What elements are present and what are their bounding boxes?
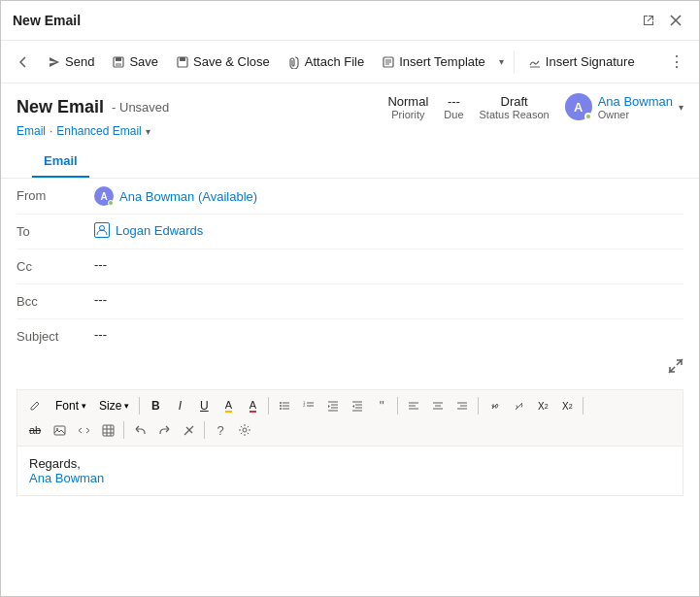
blockquote-button[interactable]: ": [370, 394, 393, 417]
back-button[interactable]: [9, 50, 38, 74]
svg-rect-2: [116, 63, 121, 66]
svg-rect-4: [180, 57, 185, 61]
help-button[interactable]: ?: [209, 418, 232, 442]
from-label: From: [17, 186, 94, 203]
superscript-button[interactable]: X2: [531, 394, 554, 417]
subject-value[interactable]: ---: [94, 327, 683, 342]
insert-link-button[interactable]: [483, 394, 506, 417]
send-icon: [48, 55, 61, 69]
outdent-button[interactable]: [346, 394, 369, 417]
svg-rect-1: [116, 57, 121, 61]
title-bar-controls: [637, 9, 687, 32]
underline-button[interactable]: U: [192, 394, 216, 417]
align-left-icon: [408, 400, 419, 412]
template-chevron-button[interactable]: ▾: [495, 51, 508, 72]
from-value[interactable]: A Ana Bowman (Available): [94, 186, 683, 206]
cc-value[interactable]: ---: [94, 257, 683, 272]
undo-button[interactable]: [128, 418, 151, 442]
tab-email[interactable]: Email: [32, 146, 89, 178]
align-right-button[interactable]: [450, 394, 474, 417]
svg-line-46: [184, 426, 193, 435]
send-label: Send: [65, 54, 94, 69]
title-bar: New Email: [1, 1, 699, 41]
size-chevron-icon: ▾: [124, 401, 129, 411]
italic-button[interactable]: I: [168, 394, 191, 417]
to-value[interactable]: Logan Edwards: [94, 222, 683, 238]
insert-group: ab: [23, 418, 119, 442]
contact-svg-icon: [96, 224, 108, 236]
breadcrumb-enhanced[interactable]: Enhanced Email: [56, 124, 141, 138]
insert-template-label: Insert Template: [399, 54, 485, 69]
draft-status: Draft Status Reason: [480, 94, 550, 120]
from-status-dot: [108, 200, 114, 206]
popout-button[interactable]: [637, 9, 660, 32]
remove-link-button[interactable]: [507, 394, 530, 417]
breadcrumb-email[interactable]: Email: [17, 124, 46, 138]
strikethrough-button[interactable]: ab: [23, 418, 47, 442]
priority-label: Priority: [391, 109, 424, 120]
font-chevron-icon: ▾: [82, 401, 86, 411]
close-button[interactable]: [664, 9, 687, 32]
expand-icon: [668, 358, 683, 374]
template-chevron-icon: ▾: [499, 56, 504, 67]
from-initial: A: [100, 191, 107, 202]
undo-group: [128, 418, 200, 442]
align-center-icon: [432, 400, 444, 412]
toolbar-divider: [514, 50, 515, 74]
table-button[interactable]: [96, 418, 119, 442]
status-label: Status Reason: [480, 109, 550, 120]
clear-format-button[interactable]: [177, 418, 200, 442]
unlink-icon: [513, 400, 525, 413]
text-format-group: B I U A A: [144, 394, 264, 417]
indent-button[interactable]: [321, 394, 345, 417]
priority-value: Normal: [387, 94, 428, 109]
bold-button[interactable]: B: [144, 394, 167, 417]
save-close-icon: [176, 55, 189, 69]
subject-row: Subject ---: [17, 319, 683, 354]
save-label: Save: [129, 54, 158, 69]
insert-signature-label: Insert Signature: [546, 54, 635, 69]
attach-icon: [287, 55, 301, 69]
owner-avatar: A: [565, 93, 592, 120]
email-window: New Email Send: [0, 0, 700, 597]
clear-format-icon: [183, 424, 195, 437]
more-button[interactable]: ⋮: [663, 48, 691, 76]
highlight-button[interactable]: A: [217, 394, 240, 417]
save-button[interactable]: Save: [104, 50, 166, 74]
redo-button[interactable]: [152, 418, 176, 442]
font-select[interactable]: Font ▾: [50, 397, 92, 415]
insert-signature-button[interactable]: Insert Signature: [520, 50, 643, 74]
breadcrumb-chevron-icon[interactable]: ▾: [146, 126, 150, 137]
more-icon: ⋮: [669, 52, 685, 71]
title-bar-left: New Email: [13, 13, 81, 28]
toolbar: Send Save Save & Close Attach File: [1, 41, 699, 83]
format-brush-button[interactable]: [23, 394, 47, 417]
attach-button[interactable]: Attach File: [280, 50, 372, 74]
save-close-button[interactable]: Save & Close: [168, 50, 278, 74]
editor-content[interactable]: Regards, Ana Bowman: [17, 447, 683, 495]
numbered-list-button[interactable]: 1. 2.: [297, 394, 320, 417]
subscript-button[interactable]: X2: [555, 394, 579, 417]
font-color-button[interactable]: A: [241, 394, 264, 417]
owner-section[interactable]: A Ana Bowman Owner ▾: [565, 93, 683, 120]
from-name: Ana Bowman (Available): [119, 189, 257, 204]
align-center-button[interactable]: [426, 394, 450, 417]
status-value: Draft: [501, 94, 528, 109]
size-select[interactable]: Size ▾: [93, 397, 135, 415]
insert-image-button[interactable]: [48, 418, 71, 442]
bcc-value[interactable]: ---: [94, 292, 683, 307]
expand-button[interactable]: [668, 358, 683, 378]
owner-initial: A: [574, 100, 583, 115]
tab-email-label: Email: [44, 153, 78, 168]
bullet-list-button[interactable]: [273, 394, 296, 417]
send-button[interactable]: Send: [40, 50, 102, 74]
bcc-label: Bcc: [17, 292, 94, 309]
insert-template-button[interactable]: Insert Template: [374, 50, 493, 74]
email-header: New Email - Unsaved Normal Priority --- …: [1, 83, 699, 179]
due-status: --- Due: [444, 94, 463, 120]
align-left-button[interactable]: [402, 394, 425, 417]
settings-button[interactable]: [233, 418, 256, 442]
insert-signature-icon: [528, 55, 542, 69]
email-title-left: New Email - Unsaved: [17, 97, 169, 117]
code-button[interactable]: [72, 418, 95, 442]
